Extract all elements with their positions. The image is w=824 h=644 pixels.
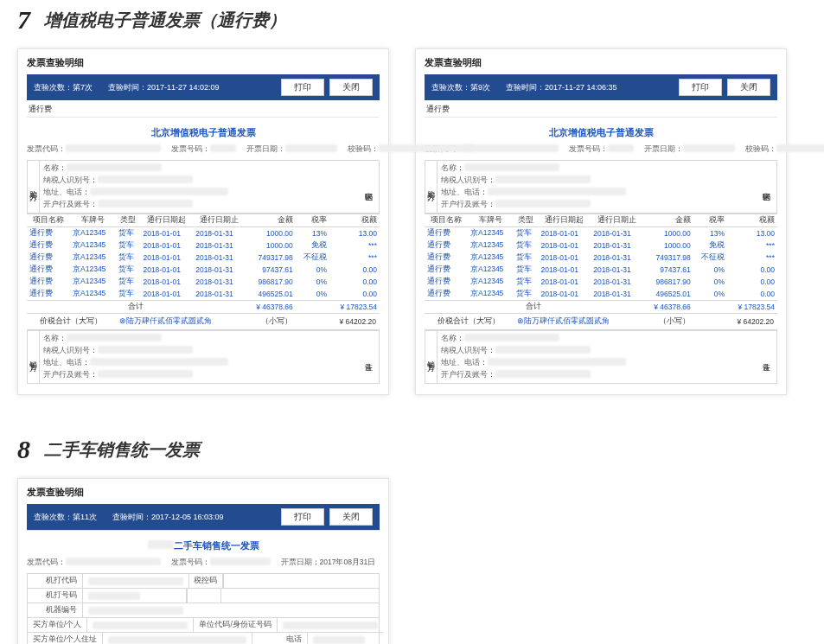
print-button[interactable]: 打印 — [679, 79, 722, 96]
table-row: 通行费京A12345货车2018-01-012018-01-311000.00免… — [27, 239, 380, 252]
section-7-header: 7 增值税电子普通发票（通行费） — [17, 0, 807, 48]
seller-block: 销售方 名称： 纳税人识别号： 地址、电话： 开户行及账号： 备注 — [27, 330, 380, 384]
table-row: 通行费京A12345货车2018-01-012018-01-31749317.9… — [27, 252, 380, 264]
card-title: 发票查验明细 — [425, 56, 777, 74]
used-car-card: 发票查验明细 查验次数：第11次 查验时间：2017-12-05 16:03:0… — [17, 478, 389, 644]
section-title: 增值税电子普通发票（通行费） — [44, 9, 286, 32]
check-count: 查验次数：第9次 — [431, 82, 490, 93]
card-title: 发票查验明细 — [27, 486, 380, 504]
table-row: 通行费京A12345货车2018-01-012018-01-31496525.0… — [425, 288, 777, 301]
check-count: 查验次数：第7次 — [34, 82, 93, 93]
section-title: 二手车销售统一发票 — [44, 438, 200, 462]
table-row: 通行费京A12345货车2018-01-012018-01-311000.00免… — [425, 239, 777, 252]
invoice-card-left: 发票查验明细 查验次数：第7次 查验时间：2017-11-27 14:02:09… — [17, 48, 389, 395]
card-toolbar: 查验次数：第7次 查验时间：2017-11-27 14:02:09 打印 关闭 — [27, 74, 380, 100]
invoice-title: 北京增值税电子普通发票 — [425, 117, 777, 143]
table-row: 通行费京A12345货车2018-01-012018-01-311000.001… — [425, 227, 777, 240]
table-row: 通行费京A12345货车2018-01-012018-01-311000.001… — [27, 227, 380, 240]
section-number: 8 — [17, 435, 30, 464]
invoice-title: 二手车销售统一发票 — [27, 530, 380, 556]
card-toolbar: 查验次数：第9次 查验时间：2017-11-27 14:06:35 打印 关闭 — [425, 74, 777, 100]
items-table: 项目名称 车牌号 类型 通行日期起 通行日期止 金额 税率 税额 通行费京A12… — [27, 214, 380, 330]
table-row: 通行费京A12345货车2018-01-012018-01-31986817.9… — [425, 276, 777, 288]
table-row: 通行费京A12345货车2018-01-012018-01-3197437.61… — [425, 264, 777, 276]
used-car-form: 机打代码 税控码 机打号码 机器编号 买方单位/个人 单位代码/身份证号码 买方… — [27, 573, 380, 644]
card-title: 发票查验明细 — [27, 56, 380, 74]
check-time: 查验时间：2017-11-27 14:06:35 — [506, 82, 617, 93]
table-row: 通行费京A12345货车2018-01-012018-01-3197437.61… — [27, 264, 380, 276]
print-button[interactable]: 打印 — [281, 79, 324, 96]
invoice-title: 北京增值税电子普通发票 — [27, 117, 380, 143]
section-number: 7 — [17, 5, 30, 35]
check-time: 查验时间：2017-11-27 14:02:09 — [108, 82, 220, 93]
check-time: 查验时间：2017-12-05 16:03:09 — [112, 512, 224, 523]
table-row: 通行费京A12345货车2018-01-012018-01-31749317.9… — [425, 252, 777, 264]
print-button[interactable]: 打印 — [281, 508, 324, 526]
invoice-meta: 发票代码： 发票号码： 开票日期： 校验码： — [27, 143, 380, 160]
check-count: 查验次数：第11次 — [34, 512, 97, 523]
section-8-header: 8 二手车销售统一发票 — [17, 430, 807, 478]
close-button[interactable]: 关闭 — [329, 508, 373, 526]
table-row: 通行费京A12345货车2018-01-012018-01-31986817.9… — [27, 276, 380, 288]
invoice-card-right: 发票查验明细 查验次数：第9次 查验时间：2017-11-27 14:06:35… — [415, 48, 787, 395]
toll-sub: 通行费 — [425, 100, 777, 117]
close-button[interactable]: 关闭 — [727, 79, 770, 96]
close-button[interactable]: 关闭 — [329, 79, 373, 96]
toll-sub: 通行费 — [27, 100, 380, 117]
buyer-block: 购买方 名称： 纳税人识别号： 地址、电话： 开户行及账号： 密码区 — [27, 160, 380, 214]
table-row: 通行费京A12345货车2018-01-012018-01-31496525.0… — [27, 288, 380, 301]
